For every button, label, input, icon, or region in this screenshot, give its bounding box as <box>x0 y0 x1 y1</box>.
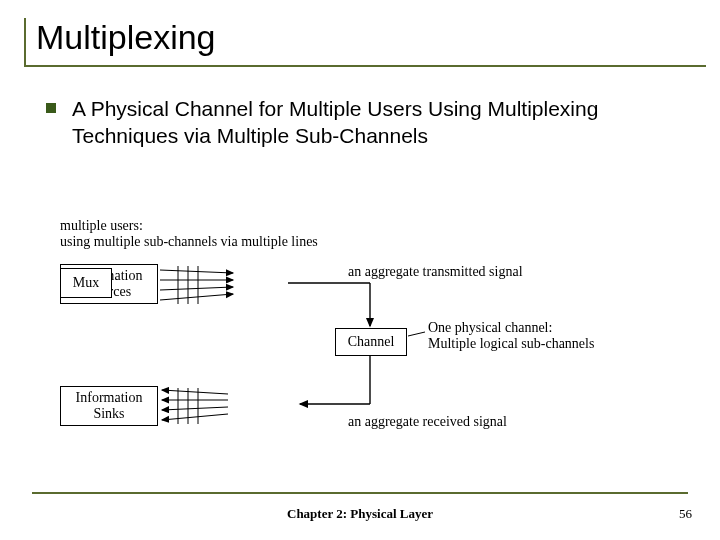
svg-line-18 <box>408 332 425 336</box>
diagram-arrows <box>60 218 620 448</box>
title-underline <box>26 65 706 67</box>
svg-line-14 <box>162 414 228 420</box>
svg-line-11 <box>162 390 228 394</box>
svg-line-2 <box>160 287 233 290</box>
footer-text: Chapter 2: Physical Layer <box>0 506 720 522</box>
page-number: 56 <box>679 506 692 522</box>
body-text: A Physical Channel for Multiple Users Us… <box>72 95 696 150</box>
slide-title: Multiplexing <box>36 18 696 65</box>
svg-line-3 <box>160 294 233 300</box>
svg-line-13 <box>162 407 228 410</box>
multiplexing-diagram: multiple users: using multiple sub-chann… <box>60 218 620 448</box>
svg-line-0 <box>160 270 233 273</box>
footer-divider <box>32 492 688 494</box>
bullet-icon <box>46 103 56 113</box>
